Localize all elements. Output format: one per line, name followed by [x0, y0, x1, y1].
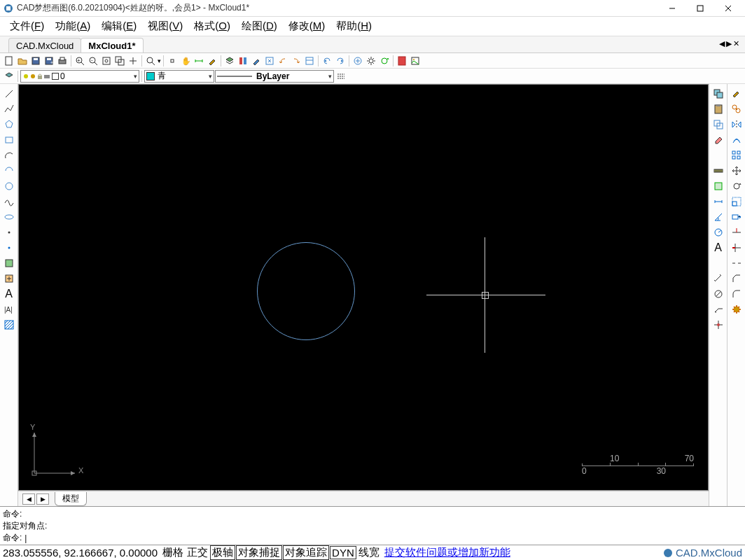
zoom-extents-icon[interactable] [100, 55, 113, 67]
offset-tool-icon[interactable] [730, 133, 744, 147]
command-input[interactable] [25, 533, 165, 543]
trim-aux-icon[interactable] [711, 318, 725, 332]
menu-file[interactable]: 文件(F) [4, 18, 50, 34]
zoom-combo-icon[interactable] [144, 55, 157, 67]
pline-tool-icon[interactable] [2, 102, 16, 116]
feedback-link[interactable]: 提交软件问题或增加新功能 [384, 546, 510, 559]
hatch-tool-icon[interactable] [2, 318, 16, 332]
model-tab-next[interactable]: ▶ [36, 493, 49, 505]
explode-tool-icon[interactable] [730, 302, 744, 316]
chamfer-tool-icon[interactable] [730, 272, 744, 286]
minimize-button[interactable] [658, 0, 686, 17]
status-osnap-toggle[interactable]: 对象捕捉 [236, 545, 282, 560]
array-tool-icon[interactable] [730, 148, 744, 162]
layer-mgr-icon[interactable] [3, 70, 15, 83]
menu-format[interactable]: 格式(O) [188, 18, 236, 34]
zoom-out-icon[interactable]: - [87, 55, 99, 67]
rotate-tool-icon[interactable] [730, 179, 744, 193]
tab-close-icon[interactable]: ✕ [733, 39, 739, 48]
img-icon[interactable] [409, 55, 422, 67]
move-tool-icon[interactable] [730, 164, 744, 178]
menu-function[interactable]: 功能(A) [50, 18, 96, 34]
break-tool-icon[interactable] [730, 256, 744, 270]
line-tool-icon[interactable] [2, 87, 16, 101]
model-tab[interactable]: 模型 [55, 492, 87, 506]
text-tool-icon[interactable]: A [2, 287, 16, 301]
leader-icon[interactable] [711, 302, 725, 316]
spline-tool-icon[interactable] [2, 195, 16, 209]
tab-prev-icon[interactable]: ◀ [719, 39, 725, 48]
props-icon[interactable] [237, 55, 249, 67]
measure-icon[interactable] [711, 164, 725, 178]
layers-icon[interactable] [223, 55, 236, 67]
copy-tool-icon[interactable] [730, 102, 744, 116]
copy2-icon[interactable] [711, 118, 725, 132]
status-otrack-toggle[interactable]: 对象追踪 [283, 545, 329, 560]
point2-tool-icon[interactable] [2, 241, 16, 255]
point-tool-icon[interactable] [2, 225, 16, 239]
linetype-combo[interactable]: ByLayer ▾ [215, 70, 334, 83]
menu-edit[interactable]: 编辑(E) [96, 18, 142, 34]
brush-icon[interactable] [206, 55, 218, 67]
layer-combo[interactable]: 0 ▾ [20, 70, 139, 83]
maximize-button[interactable] [686, 0, 714, 17]
insert-tool-icon[interactable] [2, 272, 16, 286]
rect-tool-icon[interactable] [2, 133, 16, 147]
circle-tool-icon[interactable] [2, 179, 16, 193]
menu-help[interactable]: 帮助(H) [330, 18, 377, 34]
zoom-in-icon[interactable]: + [74, 55, 86, 67]
tab-next-icon[interactable]: ▶ [726, 39, 732, 48]
print-icon[interactable] [56, 55, 69, 67]
dim-rad-icon[interactable] [711, 225, 725, 239]
trim-tool-icon[interactable] [730, 225, 744, 239]
dist-icon[interactable] [193, 55, 205, 67]
brush2-icon[interactable] [730, 87, 744, 101]
doc-tab-1[interactable]: MxCloud1* [81, 38, 143, 52]
extend-tool-icon[interactable] [730, 241, 744, 255]
prop-panel-icon[interactable] [303, 55, 316, 67]
ellipse-tool-icon[interactable] [2, 210, 16, 224]
full-icon[interactable] [263, 55, 276, 67]
save-icon[interactable] [29, 55, 42, 67]
status-grid-toggle[interactable]: 栅格 [161, 546, 185, 559]
mirror-tool-icon[interactable] [730, 118, 744, 132]
status-dyn-toggle[interactable]: DYN [330, 546, 356, 559]
area-icon[interactable] [711, 179, 725, 193]
paste-clip-icon[interactable] [711, 102, 725, 116]
saveas-icon[interactable]: + [43, 55, 55, 67]
refresh-icon[interactable] [378, 55, 391, 67]
redo1-icon[interactable] [290, 55, 302, 67]
dim-ang-icon[interactable] [711, 210, 725, 224]
cloud-icon[interactable] [351, 55, 364, 67]
redo-icon[interactable] [334, 55, 347, 67]
open-icon[interactable] [16, 55, 29, 67]
close-button[interactable] [714, 0, 742, 17]
zoom-window-icon[interactable] [113, 55, 126, 67]
stretch-tool-icon[interactable] [730, 210, 744, 224]
color-combo[interactable]: 青 ▾ [144, 70, 214, 83]
dim-lin-icon[interactable] [711, 195, 725, 209]
drawing-canvas[interactable]: Y X 1070 030 [18, 84, 709, 491]
fillet-tool-icon[interactable] [730, 287, 744, 301]
erase-icon[interactable] [711, 133, 725, 147]
undo1-icon[interactable] [277, 55, 289, 67]
text-edit-icon[interactable]: A [711, 241, 725, 255]
menu-view[interactable]: 视图(V) [142, 18, 188, 34]
block-tool-icon[interactable] [2, 256, 16, 270]
arc2-tool-icon[interactable] [2, 164, 16, 178]
mtext-tool-icon[interactable]: |A| [2, 302, 16, 316]
pdf-icon[interactable] [396, 55, 408, 67]
model-tab-prev[interactable]: ◀ [22, 493, 35, 505]
new-icon[interactable] [3, 55, 15, 67]
scale-tool-icon[interactable] [730, 195, 744, 209]
pan-icon[interactable] [127, 55, 139, 67]
pan-hand-icon[interactable]: ✋ [179, 55, 192, 67]
gear-icon[interactable] [365, 55, 377, 67]
menu-draw[interactable]: 绘图(D) [236, 18, 283, 34]
copy-clip-icon[interactable] [711, 87, 725, 101]
dim-aligned-icon[interactable] [711, 272, 725, 286]
menu-modify[interactable]: 修改(M) [283, 18, 331, 34]
undo-icon[interactable] [321, 55, 333, 67]
dim-diam-icon[interactable] [711, 287, 725, 301]
pick-icon[interactable] [166, 55, 179, 67]
